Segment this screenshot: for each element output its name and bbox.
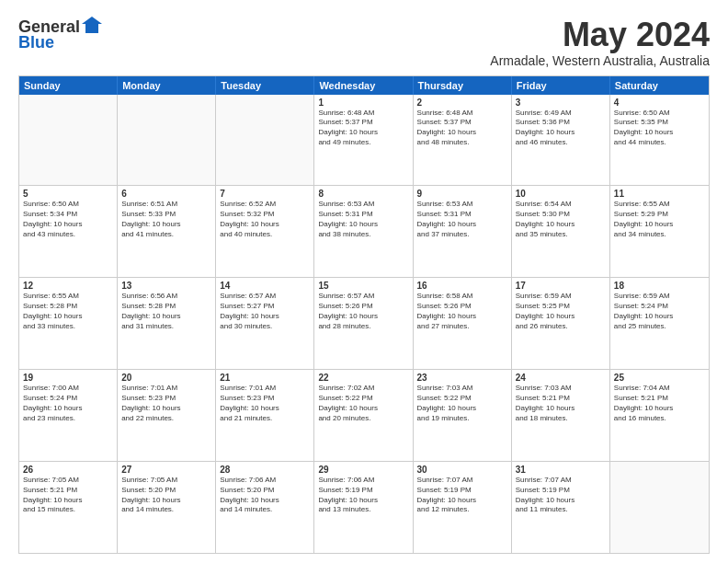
logo: General Blue [18, 17, 102, 52]
cell-info: Sunrise: 6:51 AMSunset: 5:33 PMDaylight:… [121, 200, 211, 239]
cell-info: Sunrise: 6:59 AMSunset: 5:25 PMDaylight:… [516, 292, 606, 331]
day-number: 23 [417, 373, 507, 383]
cell-info: Sunrise: 7:03 AMSunset: 5:21 PMDaylight:… [516, 384, 606, 423]
calendar-cell-r1-c5: 10Sunrise: 6:54 AMSunset: 5:30 PMDayligh… [512, 186, 610, 277]
day-number: 4 [614, 98, 705, 108]
day-number: 24 [516, 373, 606, 383]
day-number: 21 [220, 373, 310, 383]
day-number: 20 [121, 373, 211, 383]
calendar-cell-r3-c0: 19Sunrise: 7:00 AMSunset: 5:24 PMDayligh… [19, 370, 118, 461]
cell-info: Sunrise: 7:02 AMSunset: 5:22 PMDaylight:… [318, 384, 408, 423]
day-number: 30 [417, 465, 507, 475]
day-number: 19 [23, 373, 113, 383]
day-number: 13 [121, 281, 211, 291]
cell-info: Sunrise: 6:57 AMSunset: 5:26 PMDaylight:… [318, 292, 408, 331]
calendar-cell-r4-c1: 27Sunrise: 7:05 AMSunset: 5:20 PMDayligh… [118, 462, 216, 553]
day-number: 5 [23, 189, 113, 199]
calendar-cell-r1-c6: 11Sunrise: 6:55 AMSunset: 5:29 PMDayligh… [610, 186, 709, 277]
cell-info: Sunrise: 7:05 AMSunset: 5:21 PMDaylight:… [23, 476, 113, 515]
cell-info: Sunrise: 6:55 AMSunset: 5:29 PMDaylight:… [614, 200, 705, 239]
cell-info: Sunrise: 7:06 AMSunset: 5:19 PMDaylight:… [318, 476, 408, 515]
cell-info: Sunrise: 7:00 AMSunset: 5:24 PMDaylight:… [23, 384, 113, 423]
cell-info: Sunrise: 7:03 AMSunset: 5:22 PMDaylight:… [417, 384, 507, 423]
calendar-cell-r1-c4: 9Sunrise: 6:53 AMSunset: 5:31 PMDaylight… [414, 186, 512, 277]
page-header: General Blue May 2024 Armadale, Western … [18, 17, 710, 68]
day-number: 2 [417, 98, 507, 108]
calendar-cell-r4-c6 [610, 462, 709, 553]
cell-info: Sunrise: 7:01 AMSunset: 5:23 PMDaylight:… [220, 384, 310, 423]
calendar-cell-r0-c0 [19, 95, 118, 186]
calendar-cell-r1-c2: 7Sunrise: 6:52 AMSunset: 5:32 PMDaylight… [216, 186, 314, 277]
calendar-row-1: 5Sunrise: 6:50 AMSunset: 5:34 PMDaylight… [19, 186, 709, 278]
cell-info: Sunrise: 6:58 AMSunset: 5:26 PMDaylight:… [417, 292, 507, 331]
cell-info: Sunrise: 6:56 AMSunset: 5:28 PMDaylight:… [121, 292, 211, 331]
header-cell-monday: Monday [118, 76, 216, 95]
logo-icon [82, 17, 102, 37]
month-title: May 2024 [490, 17, 710, 53]
calendar-row-4: 26Sunrise: 7:05 AMSunset: 5:21 PMDayligh… [19, 462, 709, 553]
cell-info: Sunrise: 6:57 AMSunset: 5:27 PMDaylight:… [220, 292, 310, 331]
day-number: 7 [220, 189, 310, 199]
calendar-cell-r2-c6: 18Sunrise: 6:59 AMSunset: 5:24 PMDayligh… [610, 278, 709, 369]
calendar-cell-r2-c3: 15Sunrise: 6:57 AMSunset: 5:26 PMDayligh… [314, 278, 413, 369]
calendar-body: 1Sunrise: 6:48 AMSunset: 5:37 PMDaylight… [19, 95, 709, 553]
calendar-header: SundayMondayTuesdayWednesdayThursdayFrid… [19, 76, 709, 95]
day-number: 25 [614, 373, 705, 383]
calendar-cell-r3-c1: 20Sunrise: 7:01 AMSunset: 5:23 PMDayligh… [118, 370, 216, 461]
calendar-cell-r3-c5: 24Sunrise: 7:03 AMSunset: 5:21 PMDayligh… [512, 370, 610, 461]
day-number: 27 [121, 465, 211, 475]
calendar-cell-r0-c1 [118, 95, 216, 186]
calendar-cell-r1-c3: 8Sunrise: 6:53 AMSunset: 5:31 PMDaylight… [314, 186, 413, 277]
cell-info: Sunrise: 6:52 AMSunset: 5:32 PMDaylight:… [220, 200, 310, 239]
cell-info: Sunrise: 6:53 AMSunset: 5:31 PMDaylight:… [417, 200, 507, 239]
calendar: SundayMondayTuesdayWednesdayThursdayFrid… [18, 75, 710, 554]
day-number: 12 [23, 281, 113, 291]
day-number: 1 [318, 98, 408, 108]
day-number: 8 [318, 189, 408, 199]
header-cell-sunday: Sunday [19, 76, 118, 95]
day-number: 31 [516, 465, 606, 475]
calendar-cell-r4-c4: 30Sunrise: 7:07 AMSunset: 5:19 PMDayligh… [414, 462, 512, 553]
cell-info: Sunrise: 7:07 AMSunset: 5:19 PMDaylight:… [516, 476, 606, 515]
calendar-row-0: 1Sunrise: 6:48 AMSunset: 5:37 PMDaylight… [19, 95, 709, 187]
cell-info: Sunrise: 7:04 AMSunset: 5:21 PMDaylight:… [614, 384, 705, 423]
cell-info: Sunrise: 6:48 AMSunset: 5:37 PMDaylight:… [417, 109, 507, 148]
cell-info: Sunrise: 7:06 AMSunset: 5:20 PMDaylight:… [220, 476, 310, 515]
header-cell-wednesday: Wednesday [314, 76, 413, 95]
header-cell-tuesday: Tuesday [216, 76, 314, 95]
calendar-cell-r3-c2: 21Sunrise: 7:01 AMSunset: 5:23 PMDayligh… [216, 370, 314, 461]
cell-info: Sunrise: 7:05 AMSunset: 5:20 PMDaylight:… [121, 476, 211, 515]
cell-info: Sunrise: 7:01 AMSunset: 5:23 PMDaylight:… [121, 384, 211, 423]
calendar-cell-r4-c0: 26Sunrise: 7:05 AMSunset: 5:21 PMDayligh… [19, 462, 118, 553]
day-number: 3 [516, 98, 606, 108]
day-number: 11 [614, 189, 705, 199]
header-cell-thursday: Thursday [414, 76, 512, 95]
day-number: 6 [121, 189, 211, 199]
day-number: 22 [318, 373, 408, 383]
cell-info: Sunrise: 6:59 AMSunset: 5:24 PMDaylight:… [614, 292, 705, 331]
day-number: 10 [516, 189, 606, 199]
calendar-cell-r4-c5: 31Sunrise: 7:07 AMSunset: 5:19 PMDayligh… [512, 462, 610, 553]
cell-info: Sunrise: 6:55 AMSunset: 5:28 PMDaylight:… [23, 292, 113, 331]
calendar-cell-r1-c0: 5Sunrise: 6:50 AMSunset: 5:34 PMDaylight… [19, 186, 118, 277]
cell-info: Sunrise: 6:53 AMSunset: 5:31 PMDaylight:… [318, 200, 408, 239]
calendar-row-3: 19Sunrise: 7:00 AMSunset: 5:24 PMDayligh… [19, 370, 709, 462]
cell-info: Sunrise: 6:50 AMSunset: 5:35 PMDaylight:… [614, 109, 705, 148]
calendar-cell-r3-c4: 23Sunrise: 7:03 AMSunset: 5:22 PMDayligh… [414, 370, 512, 461]
day-number: 28 [220, 465, 310, 475]
location-title: Armadale, Western Australia, Australia [490, 53, 710, 68]
calendar-cell-r4-c3: 29Sunrise: 7:06 AMSunset: 5:19 PMDayligh… [314, 462, 413, 553]
calendar-cell-r3-c3: 22Sunrise: 7:02 AMSunset: 5:22 PMDayligh… [314, 370, 413, 461]
calendar-cell-r2-c1: 13Sunrise: 6:56 AMSunset: 5:28 PMDayligh… [118, 278, 216, 369]
svg-marker-0 [82, 17, 102, 33]
calendar-cell-r0-c6: 4Sunrise: 6:50 AMSunset: 5:35 PMDaylight… [610, 95, 709, 186]
calendar-cell-r0-c4: 2Sunrise: 6:48 AMSunset: 5:37 PMDaylight… [414, 95, 512, 186]
calendar-cell-r2-c5: 17Sunrise: 6:59 AMSunset: 5:25 PMDayligh… [512, 278, 610, 369]
day-number: 9 [417, 189, 507, 199]
calendar-cell-r1-c1: 6Sunrise: 6:51 AMSunset: 5:33 PMDaylight… [118, 186, 216, 277]
logo-blue-text: Blue [18, 33, 54, 52]
calendar-cell-r0-c2 [216, 95, 314, 186]
title-block: May 2024 Armadale, Western Australia, Au… [490, 17, 710, 68]
calendar-cell-r2-c0: 12Sunrise: 6:55 AMSunset: 5:28 PMDayligh… [19, 278, 118, 369]
calendar-cell-r3-c6: 25Sunrise: 7:04 AMSunset: 5:21 PMDayligh… [610, 370, 709, 461]
